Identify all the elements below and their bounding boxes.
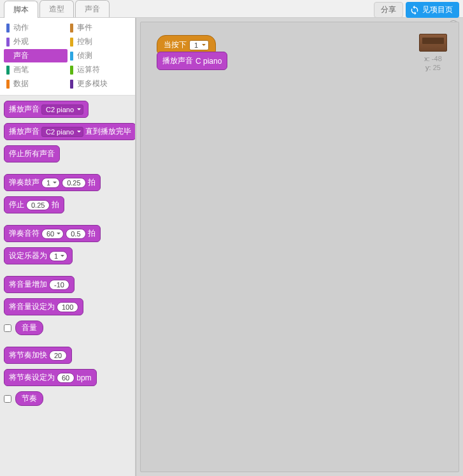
play-until-dropdown[interactable]: C2 piano: [41, 127, 83, 137]
reporter-tempo[interactable]: 节奏: [15, 391, 43, 406]
set-volume-input[interactable]: 100: [57, 302, 78, 312]
cat-data[interactable]: 数据: [4, 77, 68, 90]
block-categories: 动作 外观 声音 画笔 数据 事件 控制 侦测 运算符 更多模块: [0, 18, 135, 96]
block-play-note[interactable]: 弹奏音符600.5拍: [4, 225, 101, 242]
play-sound-dropdown[interactable]: C2 piano: [41, 105, 83, 115]
hat-key-dropdown[interactable]: 1: [189, 40, 209, 50]
note-beats-input[interactable]: 0.5: [66, 229, 85, 239]
cat-events[interactable]: 事件: [68, 21, 131, 34]
tab-scripts[interactable]: 脚本: [4, 1, 38, 18]
cat-control[interactable]: 控制: [68, 35, 131, 48]
cat-operators[interactable]: 运算符: [68, 63, 131, 76]
tab-costumes[interactable]: 造型: [39, 0, 74, 17]
tempo-monitor-checkbox[interactable]: [4, 395, 11, 403]
block-change-volume[interactable]: 将音量增加-10: [4, 276, 75, 293]
cat-motion-bar: [6, 24, 10, 32]
tempo-monitor-row: 节奏: [4, 391, 131, 406]
drum-num-input[interactable]: 1: [41, 178, 60, 188]
block-set-volume[interactable]: 将音量设定为100: [4, 298, 83, 315]
block-play-sound[interactable]: 播放声音C2 piano: [4, 101, 89, 118]
block-stop-all-sounds[interactable]: 停止所有声音: [4, 145, 60, 162]
script-block-play-sound[interactable]: 播放声音 C piano: [157, 52, 227, 70]
set-tempo-input[interactable]: 60: [57, 373, 75, 383]
block-rest[interactable]: 停止0.25拍: [4, 196, 64, 213]
tab-sounds[interactable]: 声音: [75, 0, 110, 17]
block-play-drum[interactable]: 弹奏鼓声10.25拍: [4, 174, 101, 191]
script-area[interactable]: ? x: -48 y: 25 当按下 1 播放声音 C piano: [136, 18, 463, 476]
change-tempo-input[interactable]: 20: [49, 350, 67, 361]
change-volume-input[interactable]: -10: [49, 280, 69, 290]
sprite-y-coord: y: 25: [419, 63, 447, 72]
note-input[interactable]: 60: [41, 229, 64, 239]
cat-sound[interactable]: 声音: [4, 49, 68, 62]
piano-icon: [419, 34, 447, 52]
cat-looks[interactable]: 外观: [4, 35, 68, 48]
cat-pen[interactable]: 画笔: [4, 63, 68, 76]
project-page-label: 见项目页: [422, 4, 453, 15]
script-play-dropdown[interactable]: C piano: [196, 57, 222, 66]
rest-beats-input[interactable]: 0.25: [26, 200, 50, 210]
block-set-tempo[interactable]: 将节奏设定为60bpm: [4, 369, 97, 386]
block-change-tempo[interactable]: 将节奏加快20: [4, 347, 72, 364]
left-pane: 动作 外观 声音 画笔 数据 事件 控制 侦测 运算符 更多模块 播放声音C2 …: [0, 18, 136, 476]
blocks-palette: 播放声音C2 piano 播放声音C2 piano直到播放完毕 停止所有声音 弹…: [0, 96, 135, 476]
topbar-right: 分享 见项目页: [374, 2, 459, 18]
main: 动作 外观 声音 画笔 数据 事件 控制 侦测 运算符 更多模块 播放声音C2 …: [0, 18, 463, 476]
cat-motion[interactable]: 动作: [4, 21, 68, 34]
share-button[interactable]: 分享: [374, 2, 403, 18]
top-tabs: 脚本 造型 声音 分享 见项目页: [0, 0, 463, 18]
script-canvas[interactable]: x: -48 y: 25 当按下 1 播放声音 C piano: [140, 22, 459, 472]
volume-monitor-row: 音量: [4, 321, 131, 335]
sprite-thumbnail[interactable]: x: -48 y: 25: [419, 34, 447, 73]
drum-beats-input[interactable]: 0.25: [62, 178, 85, 188]
instrument-input[interactable]: 1: [49, 251, 68, 261]
project-page-button[interactable]: 见项目页: [406, 2, 459, 18]
volume-monitor-checkbox[interactable]: [4, 324, 11, 332]
sprite-x-coord: x: -48: [419, 54, 447, 63]
refresh-icon: [410, 5, 420, 15]
reporter-volume[interactable]: 音量: [15, 321, 43, 335]
block-set-instrument[interactable]: 设定乐器为1: [4, 247, 73, 264]
block-play-sound-until[interactable]: 播放声音C2 piano直到播放完毕: [4, 123, 135, 140]
cat-sensing[interactable]: 侦测: [68, 49, 131, 62]
cat-more[interactable]: 更多模块: [68, 77, 131, 90]
